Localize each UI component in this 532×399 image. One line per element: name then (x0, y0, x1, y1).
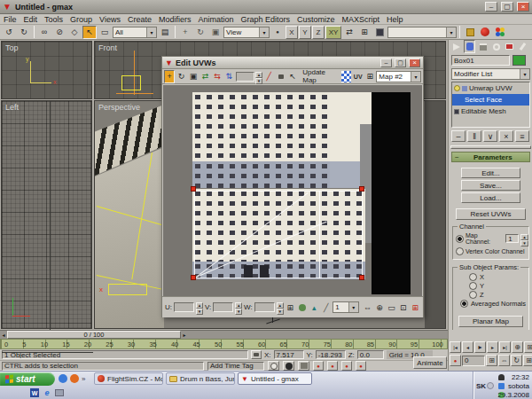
render-icon[interactable] (478, 26, 492, 39)
selection-filter-dropdown[interactable]: All ▾ (113, 27, 157, 38)
sub-object-z-radio[interactable] (469, 291, 477, 299)
minimize-button[interactable]: – (485, 2, 497, 12)
spin-down-icon[interactable]: ▾ (255, 78, 262, 84)
use-pivot-center-icon[interactable]: ● (270, 26, 285, 39)
restrict-y-button[interactable]: Y (299, 26, 311, 39)
uv-sc[interactable]: ▣ (188, 70, 199, 83)
rotation-angle-spinner[interactable]: ▴▾ (255, 72, 262, 82)
go-to-end-icon[interactable]: ▸| (499, 341, 511, 353)
motion-tab-icon[interactable] (490, 40, 502, 53)
menu-animation[interactable]: Animation (194, 15, 237, 24)
uv-seam-vertical[interactable] (319, 191, 320, 278)
min-max-toggle-icon[interactable]: ⊞ (523, 355, 532, 366)
uv-move-icon[interactable]: + (164, 70, 175, 83)
modify-tab-icon[interactable] (464, 40, 475, 53)
close-button[interactable]: × (517, 2, 529, 12)
dialog-title-bar[interactable]: ▼ Edit UVWs – ▢ × (162, 57, 423, 69)
coord-y-field[interactable]: -18.293 (316, 350, 346, 359)
overflow-chevron-icon[interactable]: » (82, 375, 85, 383)
taskbar-task-gmax[interactable]: ▼ Untitled - gmax (238, 372, 312, 385)
uv-vertex-handle[interactable] (359, 275, 364, 280)
edge-mode-icon[interactable]: ╱ (321, 301, 331, 314)
remove-modifier-icon[interactable]: × (499, 130, 513, 142)
menu-graph-editors[interactable]: Graph Editors (237, 15, 293, 24)
parameters-rollout-header[interactable]: − Parameters (451, 152, 530, 162)
spin-up-icon[interactable]: ▴ (235, 302, 242, 309)
utilities-tab-icon[interactable] (517, 40, 528, 53)
viewport-top[interactable]: Top x y (1, 41, 92, 99)
unlink-selection-icon[interactable]: ⊘ (52, 26, 66, 39)
rotation-angle-field[interactable] (236, 72, 255, 82)
uv-vw-toggle-icon[interactable]: UV (353, 70, 364, 83)
menu-modifiers[interactable]: Modifiers (155, 15, 195, 24)
reference-coordinate-dropdown[interactable]: View ▾ (223, 27, 270, 38)
time-slider-track[interactable]: ◂ 0 / 100 ▸ (0, 330, 448, 339)
uv-pick-icon[interactable]: ↖ (287, 70, 298, 83)
dialog-close-button[interactable]: × (409, 59, 420, 67)
save-button[interactable]: Save... (461, 180, 520, 191)
slider-left-arrow-icon[interactable]: ◂ (0, 332, 7, 338)
edit-button[interactable]: Edit... (461, 168, 520, 178)
create-tab-icon[interactable] (450, 40, 462, 53)
w-spinner[interactable]: ▴▾ (277, 302, 284, 312)
named-selection-sets-dropdown[interactable]: ▾ (387, 27, 457, 38)
lightbulb-icon[interactable] (454, 85, 460, 91)
spin-up-icon[interactable]: ▴ (196, 302, 203, 309)
arc-rotate-icon[interactable]: ↻ (511, 355, 522, 366)
key-filter-icon[interactable]: ● (356, 361, 366, 371)
map-dropdown[interactable]: Map #2 ▾ (376, 71, 421, 82)
viewport-perspective-label[interactable]: Perspective (98, 103, 140, 112)
menu-edit[interactable]: Edit (20, 15, 42, 24)
viewport-top-label[interactable]: Top (5, 43, 19, 52)
select-object-icon[interactable]: ↖ (82, 26, 97, 39)
absolute-offset-toggle-icon[interactable]: ⊞ (286, 301, 295, 314)
volume-icon[interactable] (487, 382, 494, 389)
spin-down-icon[interactable]: ▾ (520, 240, 528, 246)
taskbar-task-folder[interactable]: Drum n Bass, Jungle (166, 372, 235, 385)
animate-button[interactable]: Animate (413, 356, 447, 369)
dialog-maximize-button[interactable]: ▢ (395, 59, 406, 67)
viewport-front-label[interactable]: Front (98, 43, 117, 52)
spin-down-icon[interactable]: ▾ (277, 309, 284, 315)
vertex-mode-icon[interactable]: ▴ (309, 301, 318, 314)
chevron-down-icon[interactable]: ▾ (446, 27, 456, 37)
menu-help[interactable]: Help (383, 15, 407, 24)
modifier-list-dropdown[interactable]: Modifier List ▾ (451, 68, 530, 80)
snap-percent-icon[interactable] (463, 26, 477, 39)
redo-icon[interactable]: ↻ (17, 26, 31, 39)
selection-mode-dropdown[interactable]: 1 ▾ (332, 301, 358, 313)
snap-toggle-icon[interactable] (297, 301, 307, 314)
vertex-color-radio[interactable] (456, 247, 464, 255)
map-channel-field[interactable]: 1 (505, 234, 519, 243)
stack-item-editable-mesh[interactable]: Editable Mesh (452, 106, 529, 117)
menu-file[interactable]: File (0, 15, 20, 24)
pan-icon[interactable]: ⇔ (498, 355, 510, 366)
restrict-x-button[interactable]: X (286, 26, 298, 39)
display-tab-icon[interactable] (504, 40, 515, 53)
chevron-down-icon[interactable]: ▾ (348, 302, 358, 312)
uv-vertex-handle[interactable] (191, 275, 196, 280)
printer-icon[interactable] (55, 389, 64, 396)
rotate-icon[interactable]: ↻ (193, 26, 207, 39)
current-frame-field[interactable]: 0 (462, 356, 485, 366)
menu-tools[interactable]: Tools (41, 15, 66, 24)
menu-customize[interactable]: Customize (293, 15, 339, 24)
key-filter-icon[interactable]: ● (327, 361, 338, 371)
v-spinner[interactable]: ▴▾ (235, 302, 242, 312)
coord-z-field[interactable]: 0.0 (357, 350, 384, 359)
make-unique-icon[interactable]: ∨ (483, 130, 497, 142)
layer-manager-icon[interactable] (298, 361, 309, 371)
track-view-icon[interactable] (372, 26, 387, 39)
uv-editor-canvas[interactable] (163, 85, 422, 296)
language-indicator[interactable]: SK (476, 382, 486, 390)
show-map-toggle-icon[interactable] (340, 70, 351, 83)
chevron-down-icon[interactable]: ▾ (259, 27, 269, 37)
restrict-z-button[interactable]: Z (312, 26, 325, 39)
uv-vertex-handle[interactable] (359, 186, 364, 192)
map-channel-spinner[interactable]: ▴▾ (520, 234, 528, 243)
mirror-icon[interactable]: ⇄ (342, 26, 356, 39)
planar-map-button[interactable]: Planar Map (458, 316, 523, 327)
scale-icon[interactable]: ▣ (208, 26, 223, 39)
uv-zoom-icon[interactable]: ⊕ (374, 301, 384, 314)
internet-explorer-icon[interactable]: e (43, 388, 51, 397)
